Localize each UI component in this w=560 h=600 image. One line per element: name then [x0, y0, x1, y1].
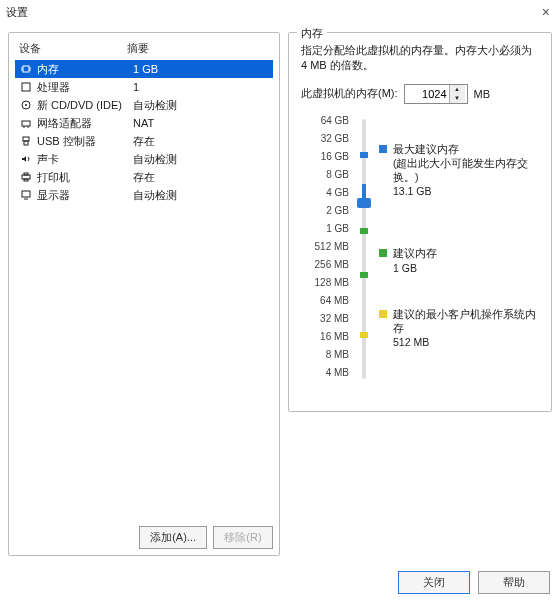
titlebar: 设置 ×: [0, 0, 560, 24]
printer-icon: [19, 170, 33, 184]
device-row[interactable]: 打印机存在: [15, 168, 273, 186]
legend-text: 建议内存1 GB: [393, 246, 437, 274]
disc-icon: [19, 98, 33, 112]
legend-text: 建议的最小客户机操作系统内存512 MB: [393, 307, 541, 350]
slider-handle[interactable]: [357, 198, 371, 208]
legend-item: 建议的最小客户机操作系统内存512 MB: [379, 307, 541, 350]
scale-tick: 64 MB: [301, 292, 349, 310]
scale-tick: 128 MB: [301, 274, 349, 292]
usb-icon: [19, 134, 33, 148]
content-area: 设备 摘要 内存1 GB处理器1新 CD/DVD (IDE)自动检测网络适配器N…: [0, 24, 560, 564]
sound-icon: [19, 152, 33, 166]
scale-tick: 256 MB: [301, 256, 349, 274]
device-row[interactable]: 声卡自动检测: [15, 150, 273, 168]
memory-unit: MB: [474, 88, 491, 100]
memory-input-row: 此虚拟机的内存(M): ▲ ▼ MB: [301, 84, 541, 104]
scale-tick: 32 GB: [301, 130, 349, 148]
device-summary: NAT: [133, 117, 269, 129]
spinner-down-icon[interactable]: ▼: [450, 94, 465, 103]
device-summary: 存在: [133, 170, 269, 185]
device-list: 内存1 GB处理器1新 CD/DVD (IDE)自动检测网络适配器NATUSB …: [15, 60, 273, 521]
memory-spinner[interactable]: ▲ ▼: [404, 84, 468, 104]
device-name: 处理器: [37, 80, 129, 95]
close-button[interactable]: 关闭: [398, 571, 470, 594]
memory-slider[interactable]: [357, 112, 371, 382]
svg-rect-16: [24, 179, 28, 181]
marker-rec2-icon: [360, 272, 368, 278]
device-name: 声卡: [37, 152, 129, 167]
svg-rect-11: [23, 137, 29, 141]
legend-text: 最大建议内存(超出此大小可能发生内存交换。)13.1 GB: [393, 142, 541, 199]
device-summary: 自动检测: [133, 188, 269, 203]
chip-icon: [19, 62, 33, 76]
nic-icon: [19, 116, 33, 130]
device-buttons: 添加(A)... 移除(R): [139, 526, 273, 549]
scale-tick: 16 MB: [301, 328, 349, 346]
svg-rect-14: [22, 175, 30, 179]
add-button[interactable]: 添加(A)...: [139, 526, 207, 549]
device-row[interactable]: 新 CD/DVD (IDE)自动检测: [15, 96, 273, 114]
svg-rect-8: [22, 121, 30, 126]
scale-tick: 8 GB: [301, 166, 349, 184]
right-panel: 内存 指定分配给此虚拟机的内存量。内存大小必须为 4 MB 的倍数。 此虚拟机的…: [288, 32, 552, 556]
device-row[interactable]: 显示器自动检测: [15, 186, 273, 204]
settings-window: 设置 × 设备 摘要 内存1 GB处理器1新 CD/DVD (IDE)自动检测网…: [0, 0, 560, 600]
device-row[interactable]: USB 控制器存在: [15, 132, 273, 150]
scale-tick: 1 GB: [301, 220, 349, 238]
memory-legend-list: 最大建议内存(超出此大小可能发生内存交换。)13.1 GB建议内存1 GB建议的…: [379, 112, 541, 382]
help-button[interactable]: 帮助: [478, 571, 550, 594]
scale-tick: 16 GB: [301, 148, 349, 166]
scale-labels: 64 GB32 GB16 GB8 GB4 GB2 GB1 GB512 MB256…: [301, 112, 349, 382]
memory-input-label: 此虚拟机的内存(M):: [301, 86, 398, 101]
device-name: USB 控制器: [37, 134, 129, 149]
svg-rect-12: [24, 141, 28, 145]
display-icon: [19, 188, 33, 202]
left-panel: 设备 摘要 内存1 GB处理器1新 CD/DVD (IDE)自动检测网络适配器N…: [8, 32, 280, 556]
memory-legend: 内存: [297, 26, 327, 41]
scale-tick: 4 MB: [301, 364, 349, 382]
memory-groupbox: 内存 指定分配给此虚拟机的内存量。内存大小必须为 4 MB 的倍数。 此虚拟机的…: [288, 32, 552, 412]
device-row[interactable]: 网络适配器NAT: [15, 114, 273, 132]
spinner-up-icon[interactable]: ▲: [450, 85, 465, 94]
device-name: 网络适配器: [37, 116, 129, 131]
legend-swatch-icon: [379, 145, 387, 153]
device-summary: 1 GB: [133, 63, 269, 75]
device-row[interactable]: 处理器1: [15, 78, 273, 96]
legend-swatch-icon: [379, 310, 387, 318]
close-icon[interactable]: ×: [538, 4, 554, 20]
scale-tick: 64 GB: [301, 112, 349, 130]
memory-scale-area: 64 GB32 GB16 GB8 GB4 GB2 GB1 GB512 MB256…: [301, 112, 541, 382]
device-name: 内存: [37, 62, 129, 77]
col-summary-header: 摘要: [127, 41, 269, 56]
legend-item: 最大建议内存(超出此大小可能发生内存交换。)13.1 GB: [379, 142, 541, 199]
cpu-icon: [19, 80, 33, 94]
remove-button[interactable]: 移除(R): [213, 526, 273, 549]
scale-tick: 32 MB: [301, 310, 349, 328]
device-list-header: 设备 摘要: [15, 39, 273, 60]
legend-swatch-icon: [379, 249, 387, 257]
device-groupbox: 设备 摘要 内存1 GB处理器1新 CD/DVD (IDE)自动检测网络适配器N…: [8, 32, 280, 556]
scale-tick: 8 MB: [301, 346, 349, 364]
col-device-header: 设备: [19, 41, 127, 56]
marker-max-icon: [360, 152, 368, 158]
svg-rect-17: [22, 191, 30, 197]
device-name: 打印机: [37, 170, 129, 185]
legend-item: 建议内存1 GB: [379, 246, 541, 274]
device-summary: 自动检测: [133, 152, 269, 167]
device-summary: 存在: [133, 134, 269, 149]
scale-tick: 4 GB: [301, 184, 349, 202]
dialog-footer: 关闭 帮助: [398, 571, 550, 594]
svg-rect-5: [22, 83, 30, 91]
slider-track: [362, 119, 366, 379]
device-name: 显示器: [37, 188, 129, 203]
marker-min-icon: [360, 332, 368, 338]
memory-input[interactable]: [405, 88, 449, 100]
window-title: 设置: [6, 5, 28, 20]
svg-rect-15: [24, 173, 28, 175]
scale-tick: 512 MB: [301, 238, 349, 256]
scale-tick: 2 GB: [301, 202, 349, 220]
svg-marker-13: [22, 156, 26, 162]
memory-description: 指定分配给此虚拟机的内存量。内存大小必须为 4 MB 的倍数。: [301, 43, 541, 74]
device-row[interactable]: 内存1 GB: [15, 60, 273, 78]
device-name: 新 CD/DVD (IDE): [37, 98, 129, 113]
